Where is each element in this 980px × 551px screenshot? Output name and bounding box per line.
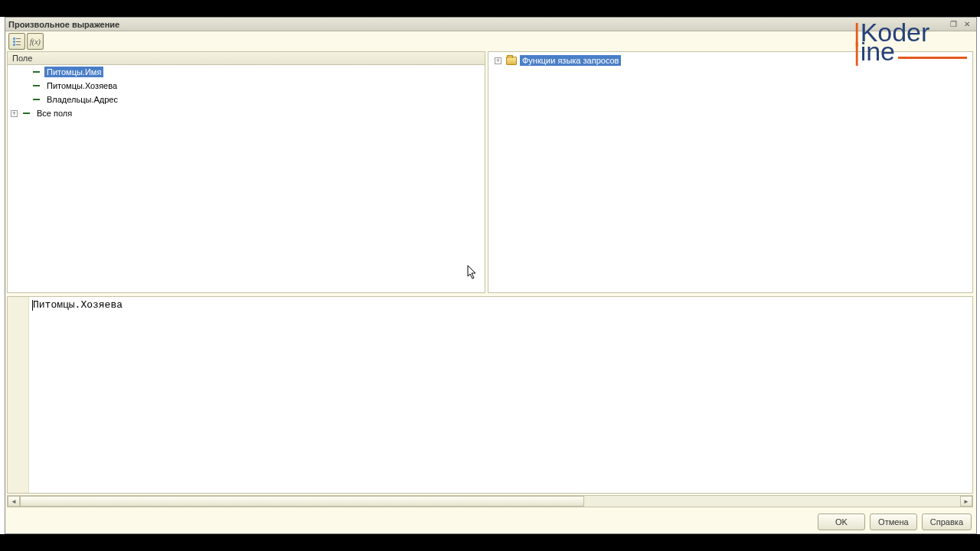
scroll-left-button[interactable]: ◄ xyxy=(8,496,20,507)
fields-tree[interactable]: Питомцы.Имя Питомцы.Хозяева Владельцы.Ад… xyxy=(7,65,485,293)
help-button[interactable]: Справка xyxy=(922,514,972,530)
folder-icon xyxy=(506,57,517,65)
tree-expander-blank xyxy=(23,95,32,104)
workspace: Поле Питомцы.Имя Питомцы.Хозяева Владель… xyxy=(5,51,976,507)
toolbar: f(x) xyxy=(5,31,976,51)
cancel-button[interactable]: Отмена xyxy=(870,514,917,530)
scroll-right-button[interactable]: ► xyxy=(960,496,972,507)
tree-item[interactable]: Питомцы.Имя xyxy=(8,65,485,79)
tree-item-label: Все поля xyxy=(34,108,74,119)
editor-gutter xyxy=(8,297,29,493)
field-icon xyxy=(32,83,41,89)
tree-item-label: Питомцы.Хозяева xyxy=(44,80,119,91)
restore-button[interactable]: ❐ xyxy=(947,19,959,30)
tree-expander-icon[interactable]: + xyxy=(11,110,18,117)
field-icon xyxy=(32,69,41,75)
editor-text: Питомцы.Хозяева xyxy=(33,299,122,311)
scroll-track[interactable] xyxy=(20,496,960,507)
tree-item-label: Питомцы.Имя xyxy=(44,67,103,77)
expression-editor[interactable]: Питомцы.Хозяева xyxy=(7,296,973,494)
horizontal-scrollbar[interactable]: ◄ ► xyxy=(7,495,973,507)
titlebar: Произвольное выражение ❐ ✕ xyxy=(5,18,976,31)
tree-item-label: Функции языка запросов xyxy=(520,55,621,66)
list-icon xyxy=(12,37,21,46)
tree-item-label: Владельцы.Адрес xyxy=(44,94,120,105)
tree-expander-blank xyxy=(23,81,32,90)
tree-item[interactable]: + Все поля xyxy=(8,106,485,120)
dialog-button-bar: OK Отмена Справка xyxy=(818,514,972,530)
tree-item[interactable]: Владельцы.Адрес xyxy=(8,93,485,106)
functions-tree[interactable]: + Функции языка запросов xyxy=(488,51,973,293)
dialog-window: Произвольное выражение ❐ ✕ f(x) Поле Пит… xyxy=(5,17,977,534)
close-button[interactable]: ✕ xyxy=(961,19,973,30)
tree-item[interactable]: + Функции языка запросов xyxy=(488,54,972,67)
fields-panel-header: Поле xyxy=(7,51,485,65)
functions-view-button[interactable]: f(x) xyxy=(27,33,44,50)
field-icon xyxy=(32,96,41,103)
editor-content[interactable]: Питомцы.Хозяева xyxy=(32,299,972,493)
tree-item[interactable]: Питомцы.Хозяева xyxy=(8,79,485,93)
ok-button[interactable]: OK xyxy=(818,514,865,530)
fields-view-button[interactable] xyxy=(8,33,25,50)
scroll-thumb[interactable] xyxy=(20,496,584,507)
tree-expander-blank xyxy=(23,67,32,77)
window-title: Произвольное выражение xyxy=(8,20,946,29)
tree-expander-icon[interactable]: + xyxy=(495,57,501,64)
field-icon xyxy=(22,110,31,116)
fx-icon: f(x) xyxy=(30,37,41,46)
